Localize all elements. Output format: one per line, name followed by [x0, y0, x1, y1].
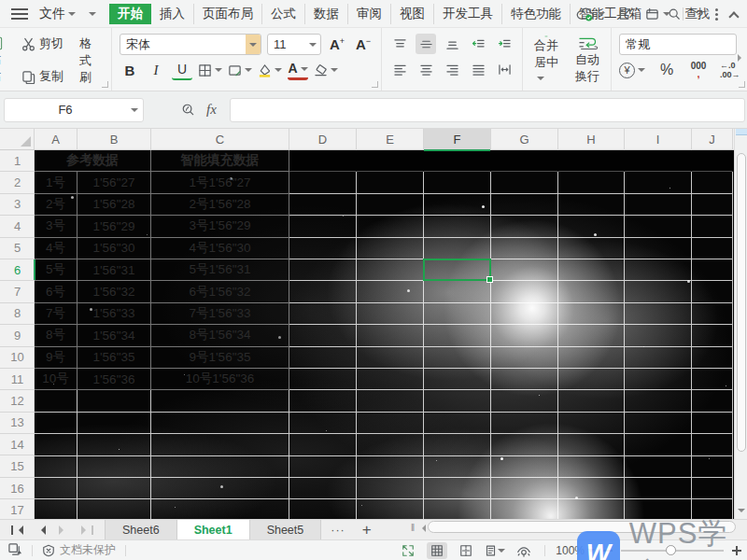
column-header-G[interactable]: G — [491, 129, 558, 150]
cell[interactable]: 1号1'56"27 — [151, 172, 289, 193]
cell[interactable] — [424, 478, 491, 499]
cell[interactable] — [35, 456, 78, 478]
cell[interactable]: 1号 — [35, 172, 78, 193]
cell[interactable]: 1'56"31 — [78, 259, 151, 281]
cell[interactable]: 7号 — [35, 303, 78, 325]
cell[interactable]: 1'56"28 — [78, 194, 151, 216]
hamburger-menu-icon[interactable] — [11, 8, 28, 20]
cell[interactable] — [625, 303, 692, 325]
merge-center-button[interactable]: 合并居中 — [530, 34, 562, 87]
cell[interactable]: 1'56"35 — [78, 347, 151, 369]
cell-style-button[interactable] — [228, 60, 252, 80]
cell[interactable] — [78, 478, 151, 499]
cell[interactable] — [289, 434, 357, 455]
cell[interactable] — [692, 413, 733, 434]
cell[interactable] — [491, 303, 558, 325]
sheet-list-button[interactable]: ··· — [321, 520, 355, 539]
cell[interactable] — [558, 390, 625, 412]
cell[interactable]: 9号1'56"35 — [151, 347, 289, 369]
cell[interactable] — [357, 325, 424, 346]
row-header-11[interactable]: 11 — [0, 369, 35, 390]
cell[interactable] — [289, 216, 357, 237]
font-name-dropdown[interactable] — [246, 35, 261, 54]
column-header-A[interactable]: A — [35, 129, 78, 150]
clipboard-group-expander[interactable] — [102, 81, 108, 88]
quick-access-caret-icon[interactable] — [89, 12, 96, 20]
row-header-10[interactable]: 10 — [0, 347, 35, 369]
align-bottom-button[interactable] — [442, 34, 462, 54]
pagelayout-view-button[interactable] — [485, 542, 505, 559]
help-button[interactable]: ? — [696, 7, 703, 22]
row-header-7[interactable]: 7 — [0, 281, 35, 302]
number-format-combobox[interactable]: 常规 — [619, 34, 737, 55]
file-menu-button[interactable]: 文件 — [35, 6, 79, 22]
cell[interactable] — [289, 259, 357, 281]
cell-area[interactable]: 参考数据智能填充数据1号1'56"271号1'56"272号1'56"282号1… — [35, 150, 734, 519]
cell[interactable] — [625, 478, 692, 499]
ribbon-tab-5[interactable]: 数据 — [305, 4, 348, 24]
cell-c1-header[interactable]: 智能填充数据 — [151, 150, 289, 172]
row-header-12[interactable]: 12 — [0, 390, 35, 412]
comma-format-button[interactable]: 000, — [688, 60, 709, 80]
cell[interactable] — [491, 216, 558, 237]
wrap-text-button[interactable]: 自动换行 — [571, 34, 603, 87]
cell[interactable] — [558, 325, 625, 346]
cell[interactable] — [424, 238, 491, 259]
cell[interactable]: 8号1'56"34 — [151, 325, 289, 346]
cell[interactable]: 10号 — [35, 369, 78, 390]
cell[interactable] — [491, 499, 558, 519]
fx-icon[interactable]: fx — [206, 102, 217, 118]
ribbon-tab-2[interactable]: 插入 — [151, 4, 194, 24]
row-header-5[interactable]: 5 — [0, 238, 35, 259]
cell[interactable] — [625, 238, 692, 259]
cell[interactable]: 10号1'56"36 — [151, 369, 289, 390]
hscroll-left-arrow[interactable]: ‖ — [411, 523, 426, 533]
sheet-tab-Sheet1[interactable]: Sheet1 — [177, 520, 250, 539]
cell[interactable] — [491, 390, 558, 412]
row-header-16[interactable]: 16 — [0, 478, 35, 499]
number-group-expander[interactable] — [739, 81, 745, 88]
cell[interactable] — [558, 281, 625, 302]
cell[interactable] — [151, 499, 289, 519]
vertical-scrollbar[interactable] — [734, 129, 747, 519]
align-right-button[interactable] — [442, 59, 462, 79]
cell[interactable] — [78, 499, 151, 519]
row-header-13[interactable]: 13 — [0, 413, 35, 434]
cell[interactable] — [35, 413, 78, 434]
new-window-button[interactable] — [644, 7, 670, 21]
cell[interactable] — [424, 456, 491, 478]
cell[interactable] — [424, 369, 491, 390]
cell[interactable] — [289, 347, 357, 369]
cut-button[interactable]: 剪切 — [19, 34, 66, 54]
cell[interactable] — [692, 434, 733, 455]
cell[interactable] — [625, 390, 692, 412]
increase-decimal-button[interactable]: ←.0 — [720, 61, 740, 70]
search-function-icon[interactable] — [181, 103, 195, 117]
cell[interactable] — [78, 413, 151, 434]
cell[interactable] — [357, 216, 424, 237]
cell[interactable] — [558, 259, 625, 281]
cell[interactable] — [357, 390, 424, 412]
vertical-scrollbar-thumb[interactable] — [737, 153, 746, 452]
cell[interactable] — [558, 347, 625, 369]
cell[interactable] — [692, 303, 733, 325]
cell[interactable] — [35, 499, 78, 519]
row-header-3[interactable]: 3 — [0, 194, 35, 216]
selected-cell-F6[interactable] — [423, 259, 491, 281]
more-options-button[interactable] — [715, 8, 718, 21]
cell[interactable]: 1'56"32 — [78, 281, 151, 302]
format-painter-button[interactable]: 格式刷 — [76, 34, 104, 87]
increase-indent-button[interactable] — [494, 34, 514, 54]
cell[interactable] — [491, 281, 558, 302]
cell[interactable] — [625, 259, 692, 281]
column-header-I[interactable]: I — [625, 129, 692, 150]
currency-format-button[interactable]: ¥ — [619, 60, 645, 80]
cell[interactable] — [558, 150, 625, 172]
ribbon-tab-4[interactable]: 公式 — [262, 4, 305, 24]
cell[interactable] — [289, 194, 357, 216]
cell[interactable] — [491, 413, 558, 434]
cell[interactable] — [357, 478, 424, 499]
cell[interactable] — [357, 281, 424, 302]
cell[interactable] — [424, 325, 491, 346]
cell[interactable]: 1'56"29 — [78, 216, 151, 237]
